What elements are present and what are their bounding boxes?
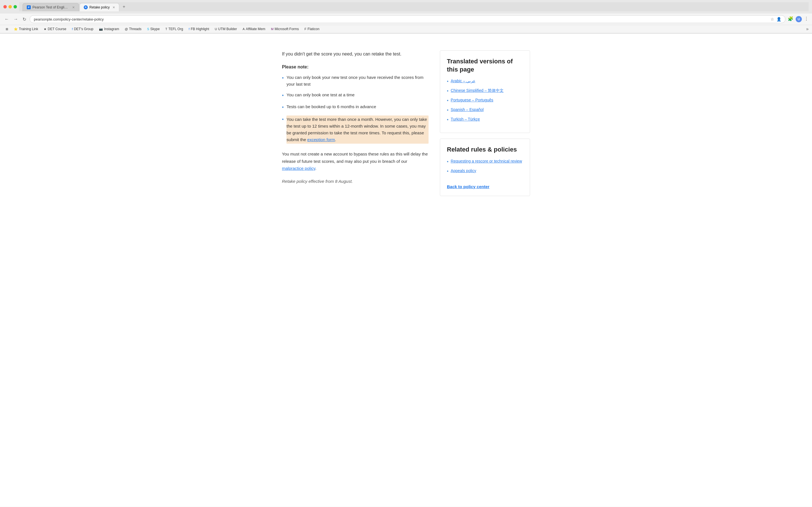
close-button[interactable] xyxy=(3,5,7,8)
maximize-button[interactable] xyxy=(13,5,17,8)
url-bar[interactable]: pearsonpte.com/policy-center/retake-poli… xyxy=(30,15,785,23)
extensions-icon[interactable]: 🧩 xyxy=(788,16,794,22)
bookmark-label-affiliate: Affiliate Mem xyxy=(246,27,265,31)
portuguese-link[interactable]: Portuguese – Português xyxy=(451,97,493,103)
bookmark-label-threads: Threads xyxy=(129,27,142,31)
profile-avatar[interactable]: U xyxy=(796,16,802,22)
bookmark-label-training: Training Link xyxy=(19,27,38,31)
bookmark-threads[interactable]: @ Threads xyxy=(122,26,144,32)
exception-form-link[interactable]: exception form xyxy=(307,137,335,142)
traffic-lights xyxy=(3,5,17,8)
turkish-link[interactable]: Turkish – Türkçe xyxy=(451,116,480,122)
url-text: pearsonpte.com/policy-center/retake-poli… xyxy=(34,17,768,21)
bookmark-label-ms-forms: Microsoft Forms xyxy=(274,27,299,31)
tab-favicon-retake: R xyxy=(84,5,88,9)
new-tab-button[interactable]: + xyxy=(120,2,128,11)
translated-versions-box: Translated versions of this page Arabic … xyxy=(440,50,530,133)
tab-favicon-pearson: P xyxy=(27,5,31,9)
bookmark-instagram[interactable]: 📷 Instagram xyxy=(97,26,121,32)
spanish-link[interactable]: Spanish – Español xyxy=(451,107,484,113)
bookmark-flaticon[interactable]: F Flaticon xyxy=(302,26,322,32)
bookmark-dets-group[interactable]: f DET's Group xyxy=(70,26,96,32)
forward-button[interactable]: → xyxy=(12,15,19,23)
bookmarks-bar: ⊞ ⭐ Training Link ★ DET Course f DET's G… xyxy=(0,25,812,33)
bookmark-label-dets-group: DET's Group xyxy=(74,27,93,31)
fb-highlight-icon: f xyxy=(189,27,190,31)
please-note-heading: Please note: xyxy=(282,64,428,69)
bookmark-label-skype: Skype xyxy=(150,27,160,31)
italic-note: Retake policy effective from 8 August. xyxy=(282,179,428,184)
chinese-link[interactable]: Chinese Simplified – 简体中文 xyxy=(451,88,504,94)
bookmark-utm[interactable]: U UTM Builder xyxy=(213,26,239,32)
back-to-policy-link[interactable]: Back to policy center xyxy=(447,184,490,189)
body-text-end: . xyxy=(315,166,316,171)
bookmark-ms-forms[interactable]: M Microsoft Forms xyxy=(269,26,301,32)
menu-icon[interactable]: ⋮ xyxy=(804,16,809,22)
bookmark-fb-highlight[interactable]: f FB Highlight xyxy=(186,26,211,32)
body-text-prefix: You must not create a new account to byp… xyxy=(282,152,428,164)
list-item-3: Tests can be booked up to 6 months in ad… xyxy=(282,103,428,112)
list-item-1: You can only book your new test once you… xyxy=(282,74,428,88)
translation-arabic: Arabic – عربي xyxy=(447,78,523,85)
affiliate-icon: A xyxy=(243,27,245,31)
bullet-4-text: You can take the test more than once a m… xyxy=(287,115,428,144)
address-bar: ← → ↻ pearsonpte.com/policy-center/retak… xyxy=(0,13,812,25)
bookmark-det-course[interactable]: ★ DET Course xyxy=(42,26,68,32)
bookmark-skype[interactable]: S Skype xyxy=(145,26,162,32)
tab-title-retake: Retake policy xyxy=(89,5,110,9)
flaticon-icon: F xyxy=(305,27,306,31)
apps-icon: ⊞ xyxy=(6,27,8,31)
tab-retake[interactable]: R Retake policy ✕ xyxy=(80,3,119,11)
bookmark-label-tefl: TEFL Org xyxy=(168,27,183,31)
bookmark-label-det: DET Course xyxy=(48,27,66,31)
intro-text: If you didn't get the score you need, yo… xyxy=(282,50,428,58)
translation-turkish: Turkish – Türkçe xyxy=(447,116,523,123)
utm-icon: U xyxy=(215,27,217,31)
rescore-link[interactable]: Requesting a rescore or technical review xyxy=(451,158,522,164)
bookmark-training-link[interactable]: ⭐ Training Link xyxy=(11,26,40,32)
related-rules-heading: Related rules & policies xyxy=(447,146,523,154)
tefl-icon: T xyxy=(165,27,167,31)
bullet-list: You can only book your new test once you… xyxy=(282,74,428,144)
bullet-1-text: You can only book your new test once you… xyxy=(287,74,428,88)
bookmark-affiliate[interactable]: A Affiliate Mem xyxy=(240,26,267,32)
page-content: If you didn't get the score you need, yo… xyxy=(271,34,541,219)
arabic-link[interactable]: Arabic – عربي xyxy=(451,78,475,84)
main-content: If you didn't get the score you need, yo… xyxy=(282,50,428,202)
related-rules-box: Related rules & policies Requesting a re… xyxy=(440,138,530,196)
minimize-button[interactable] xyxy=(8,5,12,8)
browser-chrome: P Pearson Test of English Pract... ✕ R R… xyxy=(0,0,812,34)
back-button[interactable]: ← xyxy=(3,15,10,23)
translation-chinese: Chinese Simplified – 简体中文 xyxy=(447,88,523,94)
bookmark-apps[interactable]: ⊞ xyxy=(3,26,10,32)
bookmark-tefl[interactable]: T TEFL Org xyxy=(163,26,185,32)
translation-portuguese: Portuguese – Português xyxy=(447,97,523,104)
bookmark-star-icon[interactable]: ☆ xyxy=(770,17,774,21)
bookmarks-more-button[interactable]: » xyxy=(806,26,809,32)
det-course-icon: ★ xyxy=(44,27,47,31)
reload-button[interactable]: ↻ xyxy=(21,15,28,23)
star-icon: ⭐ xyxy=(14,27,18,31)
tab-bar: P Pearson Test of English Pract... ✕ R R… xyxy=(19,2,809,11)
browser-actions: 🧩 U ⋮ xyxy=(788,16,809,22)
malpractice-policy-link[interactable]: malpractice policy xyxy=(282,166,315,171)
list-item-4: You can take the test more than once a m… xyxy=(282,115,428,144)
body-paragraph: You must not create a new account to byp… xyxy=(282,151,428,172)
tab-close-pearson[interactable]: ✕ xyxy=(72,6,75,9)
bookmark-label-fb: FB Highlight xyxy=(191,27,209,31)
related-appeals: Appeals policy xyxy=(447,168,523,175)
bullet-3-text: Tests can be booked up to 6 months in ad… xyxy=(287,103,376,110)
translated-versions-heading: Translated versions of this page xyxy=(447,57,523,73)
translation-spanish: Spanish – Español xyxy=(447,107,523,114)
skype-icon: S xyxy=(147,27,149,31)
profile-icon[interactable]: 👤 xyxy=(776,17,781,21)
appeals-link[interactable]: Appeals policy xyxy=(451,168,476,174)
tab-pearson[interactable]: P Pearson Test of English Pract... ✕ xyxy=(22,3,79,11)
related-links-list: Requesting a rescore or technical review… xyxy=(447,158,523,175)
ms-forms-icon: M xyxy=(271,27,273,31)
tab-close-retake[interactable]: ✕ xyxy=(112,6,115,9)
page-wrapper: If you didn't get the score you need, yo… xyxy=(0,34,812,507)
bookmark-label-instagram: Instagram xyxy=(104,27,119,31)
sidebar: Translated versions of this page Arabic … xyxy=(440,50,530,202)
title-bar: P Pearson Test of English Pract... ✕ R R… xyxy=(0,0,812,13)
